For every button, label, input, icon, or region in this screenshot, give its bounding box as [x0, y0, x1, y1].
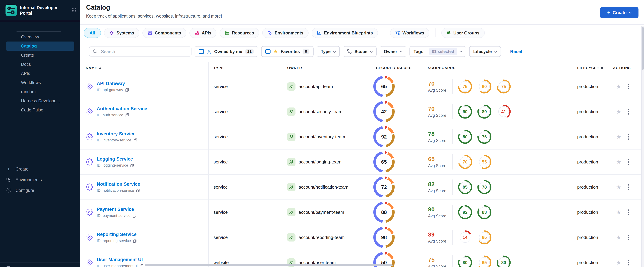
security-issues-donut[interactable]: 42	[373, 101, 395, 122]
type-dropdown[interactable]: Type	[317, 46, 340, 57]
entity-name-link[interactable]: Authentication Service	[97, 106, 147, 112]
scorecard-ring[interactable]: 90	[458, 104, 472, 119]
kebab-menu-icon[interactable]	[627, 184, 630, 191]
sidebar-item-help[interactable]: ? Help	[0, 262, 80, 267]
favorite-star-icon[interactable]: ★	[616, 184, 621, 190]
scorecard-ring[interactable]: 80	[458, 129, 472, 144]
kebab-menu-icon[interactable]	[627, 133, 630, 140]
copy-icon[interactable]	[134, 138, 137, 142]
scorecard-ring[interactable]: 76	[477, 129, 492, 144]
copy-icon[interactable]	[125, 113, 129, 117]
favorites-filter[interactable]: ★ Favorites 0	[261, 46, 314, 57]
scorecard-ring[interactable]: 85	[458, 180, 472, 194]
sidebar-item-apis[interactable]: APIs	[6, 69, 74, 78]
tab-user-groups[interactable]: User Groups	[441, 28, 484, 38]
sidebar-item-catalog[interactable]: Catalog	[6, 42, 74, 51]
copy-icon[interactable]	[132, 214, 136, 218]
scorecard-ring[interactable]: 60	[477, 79, 492, 94]
sidebar-item-code-pulse[interactable]: Code Pulse	[6, 106, 74, 114]
create-button[interactable]: + Create	[600, 7, 638, 18]
tab-workflows[interactable]: Workflows	[390, 28, 429, 38]
column-header-name[interactable]: NAME	[80, 66, 208, 70]
tab-all[interactable]: All	[84, 28, 101, 38]
security-issues-donut[interactable]: 72	[373, 176, 395, 198]
security-issues-donut[interactable]: 98	[373, 227, 395, 248]
scorecard-ring[interactable]: 80	[496, 255, 511, 267]
favorite-star-icon[interactable]: ★	[616, 134, 621, 140]
sidebar-item-docs[interactable]: Docs	[6, 60, 74, 69]
entity-name-link[interactable]: Payment Service	[97, 207, 136, 212]
tab-environment-blueprints[interactable]: Environment Blueprints	[312, 28, 378, 38]
scorecard-ring[interactable]: 41	[496, 104, 511, 119]
type-cell: service	[208, 109, 284, 114]
search-box[interactable]	[89, 46, 192, 56]
favorite-star-icon[interactable]: ★	[616, 260, 621, 266]
security-issues-donut[interactable]: 65	[373, 76, 395, 97]
scorecard-ring[interactable]: 92	[458, 205, 472, 220]
security-issues-donut[interactable]: 65	[373, 151, 395, 172]
tab-components[interactable]: Components	[142, 28, 186, 38]
entity-name-link[interactable]: Reporting Service	[97, 232, 137, 237]
security-issues-donut[interactable]: 88	[373, 202, 395, 223]
tab-resources[interactable]: Resources	[220, 28, 259, 38]
scorecard-ring[interactable]: 75	[496, 79, 511, 94]
app-switcher-grid-icon[interactable]	[72, 8, 76, 12]
scorecard-ring[interactable]: 65	[477, 230, 492, 245]
scorecard-ring[interactable]: 83	[477, 205, 492, 220]
scorecard-ring[interactable]: 55	[477, 154, 492, 169]
security-issues-donut[interactable]: 92	[373, 126, 395, 148]
favorite-star-icon[interactable]: ★	[616, 84, 621, 90]
scorecard-ring[interactable]: 14	[458, 230, 472, 245]
copy-icon[interactable]	[133, 239, 137, 243]
scorecard-ring[interactable]: 70	[458, 154, 472, 169]
entity-name-link[interactable]: Notification Service	[97, 182, 140, 187]
vertical-scrollbar-thumb[interactable]	[642, 27, 644, 70]
copy-icon[interactable]	[130, 164, 134, 167]
scorecard-ring[interactable]: 80	[458, 255, 472, 267]
entity-name-link[interactable]: API Gateway	[97, 81, 129, 86]
tags-dropdown[interactable]: Tags 01 selected	[410, 46, 466, 57]
sidebar-bottom-item-environments[interactable]: Environments	[6, 174, 74, 185]
entity-name-link[interactable]: Inventory Service	[97, 131, 137, 136]
scorecard-ring[interactable]: 78	[477, 180, 492, 194]
reset-filters-link[interactable]: Reset	[510, 49, 522, 54]
sidebar-item-workflows[interactable]: Workflows	[6, 78, 74, 87]
horizontal-scrollbar-thumb[interactable]	[145, 264, 392, 266]
scorecard-ring[interactable]: 75	[458, 79, 472, 94]
kebab-menu-icon[interactable]	[627, 158, 630, 166]
sidebar-item-harness-develope-[interactable]: Harness Develope...	[6, 96, 74, 106]
sidebar-bottom-item-create[interactable]: + Create	[6, 164, 74, 174]
owned-by-me-checkbox[interactable]	[199, 49, 204, 54]
entity-name-link[interactable]: User Management UI	[97, 257, 144, 262]
kebab-menu-icon[interactable]	[627, 259, 630, 266]
kebab-menu-icon[interactable]	[627, 108, 630, 115]
scorecard-ring[interactable]: 65	[477, 255, 492, 267]
sidebar-bottom-item-configure[interactable]: Configure	[6, 185, 74, 196]
favorites-checkbox[interactable]	[265, 49, 270, 54]
entity-name-link[interactable]: Logging Service	[97, 156, 134, 162]
tab-apis[interactable]: APIs	[190, 28, 216, 38]
owner-dropdown[interactable]: Owner	[380, 46, 406, 57]
column-header-lifecycle[interactable]: LIFECYCLE	[569, 66, 607, 70]
favorite-star-icon[interactable]: ★	[616, 159, 621, 165]
favorite-star-icon[interactable]: ★	[616, 209, 621, 215]
kebab-menu-icon[interactable]	[627, 209, 630, 216]
copy-icon[interactable]	[140, 264, 144, 267]
lifecycle-dropdown[interactable]: Lifecycle	[469, 46, 501, 57]
tab-environments[interactable]: Environments	[262, 28, 308, 38]
favorite-star-icon[interactable]: ★	[616, 234, 621, 240]
tab-systems[interactable]: Systems	[104, 28, 139, 38]
sidebar-item-overview[interactable]: Overview	[6, 32, 74, 42]
owned-by-me-filter[interactable]: Owned by me 21	[194, 46, 258, 57]
kebab-menu-icon[interactable]	[627, 83, 630, 90]
search-input[interactable]	[100, 48, 188, 54]
favorite-star-icon[interactable]: ★	[616, 109, 621, 114]
sidebar-item-create[interactable]: Create	[6, 51, 74, 60]
sidebar-item-random[interactable]: random	[6, 87, 74, 96]
copy-icon[interactable]	[125, 88, 129, 92]
scope-dropdown[interactable]: Scope	[343, 46, 376, 57]
copy-icon[interactable]	[136, 188, 140, 192]
scorecards-cell: 90 Avg Score 92 83	[425, 205, 569, 220]
scorecard-ring[interactable]: 80	[477, 104, 492, 119]
kebab-menu-icon[interactable]	[627, 234, 630, 241]
